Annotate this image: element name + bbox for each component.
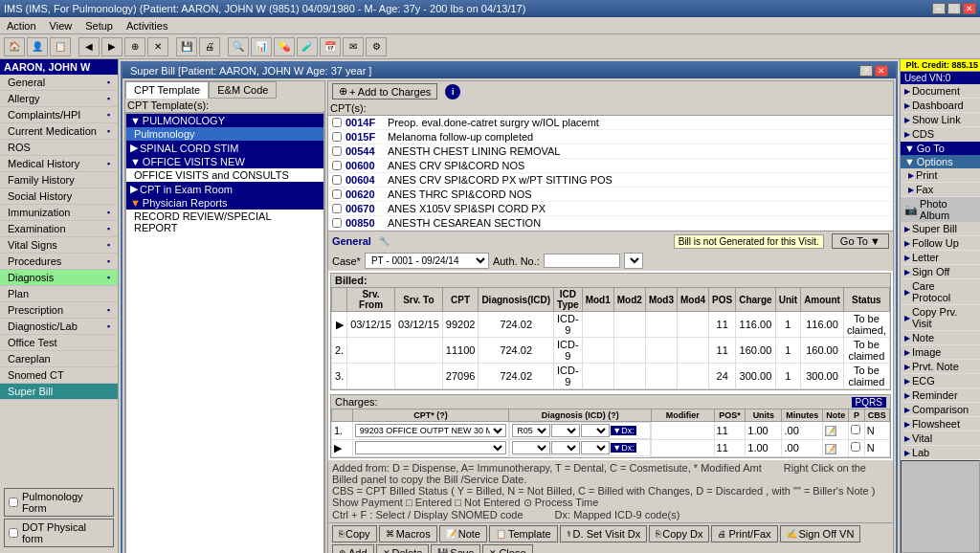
case-select[interactable]: PT - 0001 - 09/24/14: [365, 253, 489, 269]
charge-cpt-1[interactable]: 99203 OFFICE OUTPT NEW 30 MIN: [352, 422, 509, 440]
toolbar-btn-3[interactable]: 📋: [50, 37, 71, 56]
toolbar-btn-16[interactable]: ⚙: [366, 37, 387, 56]
right-nav-prvt-note[interactable]: ▶ Prvt. Note: [901, 360, 980, 374]
delete-btn[interactable]: ✕ Delete: [376, 544, 430, 554]
charge-p-check-1[interactable]: [851, 425, 860, 434]
charge-diag-select-2b[interactable]: [551, 441, 580, 454]
right-nav-cds[interactable]: ▶ CDS: [901, 127, 980, 142]
cpt-item-00620[interactable]: 00620 ANES THRC SPI&CORD NOS: [328, 188, 893, 202]
right-nav-letter[interactable]: ▶ Letter: [901, 251, 980, 265]
cpt-check-00620[interactable]: [332, 189, 342, 199]
sidebar-item-family-history[interactable]: Family History: [0, 172, 118, 188]
cpt-check-00544[interactable]: [332, 146, 342, 156]
category-spinal[interactable]: ▶ SPINAL CORD STIM: [126, 141, 323, 155]
charge-cpt-select-1[interactable]: 99203 OFFICE OUTPT NEW 30 MIN: [355, 424, 507, 437]
sidebar-item-careplan[interactable]: Careplan: [0, 351, 118, 367]
right-nav-reminder[interactable]: ▶ Reminder: [901, 388, 980, 403]
right-nav-note[interactable]: ▶ Note: [901, 331, 980, 345]
note-btn-2[interactable]: 📝: [825, 444, 836, 454]
sidebar-item-medical-history[interactable]: Medical History ▪: [0, 156, 118, 172]
cpt-check-0014f[interactable]: [332, 118, 342, 127]
charge-p-1[interactable]: [849, 422, 864, 440]
sidebar-item-plan[interactable]: Plan: [0, 286, 118, 302]
goto-section[interactable]: ▼ Go To: [901, 142, 980, 155]
superbill-close-btn[interactable]: ✕: [875, 65, 888, 77]
right-nav-comparison[interactable]: ▶ Comparison: [901, 403, 980, 417]
charge-modifier-input-2[interactable]: [654, 443, 711, 453]
template-office-consults[interactable]: OFFICE VISITS and CONSULTS: [126, 168, 323, 182]
sidebar-item-office-test[interactable]: Office Test: [0, 335, 118, 351]
copy-dx-btn[interactable]: ⎘ Copy Dx: [649, 525, 709, 542]
right-nav-vital[interactable]: ▶ Vital: [901, 431, 980, 446]
right-nav-dashboard[interactable]: ▶ Dashboard: [901, 99, 980, 113]
charge-cpt-select-2[interactable]: [355, 441, 507, 454]
billed-row-1[interactable]: ▶ 03/12/15 03/12/15 99202 724.02 ICD-9: [331, 312, 889, 338]
charge-diag-select-1a[interactable]: R05: [512, 424, 550, 437]
dx-btn-1[interactable]: ▼Dx:: [611, 426, 635, 435]
auth-select[interactable]: [624, 253, 643, 269]
charge-cpt-2[interactable]: [352, 439, 509, 456]
right-nav-show-link[interactable]: ▶ Show Link: [901, 113, 980, 127]
toolbar-btn-2[interactable]: 👤: [27, 37, 48, 56]
menu-setup[interactable]: Setup: [82, 19, 116, 33]
charge-diag-select-2a[interactable]: [512, 441, 550, 454]
auth-input[interactable]: [544, 254, 620, 268]
close-app-btn[interactable]: ✕: [963, 3, 976, 14]
note-btn[interactable]: 📝 Note: [439, 525, 487, 542]
toolbar-btn-9[interactable]: 🖨: [199, 37, 220, 56]
right-nav-fax[interactable]: ▶ Fax: [901, 183, 980, 197]
tab-cpt-template[interactable]: CPT Template: [125, 81, 209, 99]
toolbar-btn-8[interactable]: 💾: [176, 37, 197, 56]
set-visit-dx-btn[interactable]: ⚕ D. Set Visit Dx: [560, 525, 648, 542]
sidebar-item-superbill[interactable]: Super Bill: [0, 384, 118, 400]
sidebar-item-diagnosis[interactable]: Diagnosis ▪: [0, 270, 118, 286]
cpt-item-00850[interactable]: 00850 ANESTH CESAREAN SECTION: [328, 216, 893, 231]
right-nav-copy-prv[interactable]: ▶ Copy Prv. Visit: [901, 305, 980, 331]
category-office-visits[interactable]: ▼ OFFICE VISITS NEW: [126, 155, 323, 168]
sign-off-vn-btn[interactable]: ✍ Sign Off VN: [780, 525, 861, 542]
right-nav-document[interactable]: ▶ Document: [901, 84, 980, 99]
toolbar-btn-14[interactable]: 📅: [320, 37, 341, 56]
menu-view[interactable]: View: [47, 19, 76, 33]
toolbar-btn-4[interactable]: ◀: [78, 37, 100, 56]
cpt-info-btn[interactable]: i: [445, 84, 460, 100]
charge-diag-select-1c[interactable]: [581, 424, 610, 437]
cpt-item-00604[interactable]: 00604 ANES CRV SPI&CORD PX w/PT SITTING …: [328, 173, 893, 188]
superbill-help-btn[interactable]: ?: [859, 65, 873, 77]
cpt-item-0015f[interactable]: 0015F Melanoma follow-up completed: [328, 130, 893, 144]
cpt-item-00670[interactable]: 00670 ANES X105V SPI&SPI CORD PX: [328, 202, 893, 216]
sidebar-item-prescription[interactable]: Prescription ▪: [0, 302, 118, 319]
right-nav-image[interactable]: ▶ Image: [901, 345, 980, 360]
dot-form-check[interactable]: [9, 528, 18, 538]
right-nav-followup[interactable]: ▶ Follow Up: [901, 236, 980, 251]
sidebar-item-examination[interactable]: Examination ▪: [0, 221, 118, 237]
right-nav-lab[interactable]: ▶ Lab: [901, 446, 980, 460]
toolbar-btn-13[interactable]: 🧪: [297, 37, 318, 56]
toolbar-btn-12[interactable]: 💊: [274, 37, 295, 56]
toolbar-btn-10[interactable]: 🔍: [228, 37, 249, 56]
pulmonology-form-check[interactable]: [9, 498, 18, 507]
sidebar-item-diagnostic-lab[interactable]: Diagnostic/Lab ▪: [0, 319, 118, 335]
toolbar-btn-11[interactable]: 📊: [251, 37, 272, 56]
right-nav-flowsheet[interactable]: ▶ Flowsheet: [901, 417, 980, 431]
sidebar-item-medication[interactable]: Current Medication ▪: [0, 123, 118, 140]
cpt-item-00544[interactable]: 00544 ANESTH CHEST LINING REMOVAL: [328, 144, 893, 159]
right-nav-signoff[interactable]: ▶ Sign Off: [901, 265, 980, 279]
charge-modifier-1[interactable]: [652, 422, 714, 440]
menu-activities[interactable]: Activities: [123, 19, 170, 33]
sidebar-item-complaints[interactable]: Complaints/HPI ▪: [0, 107, 118, 123]
template-record-review[interactable]: RECORD REVIEW/SPECIAL REPORT: [126, 210, 323, 234]
toolbar-btn-6[interactable]: ⊕: [124, 37, 145, 56]
toolbar-btn-1[interactable]: 🏠: [4, 37, 25, 56]
cpt-check-00670[interactable]: [332, 204, 342, 213]
minimize-btn[interactable]: −: [932, 3, 946, 14]
cpt-check-00600[interactable]: [332, 161, 342, 170]
toolbar-btn-5[interactable]: ▶: [101, 37, 122, 56]
charge-diag-select-1b[interactable]: [551, 424, 580, 437]
dx-btn-2[interactable]: ▼Dx:: [611, 443, 635, 453]
add-charges-btn[interactable]: ⊕ + Add to Charges: [332, 83, 437, 100]
sidebar-item-ros[interactable]: ROS: [0, 140, 118, 156]
cpt-item-0014f[interactable]: 0014F Preop. eval.done-catret surgry w/I…: [328, 116, 893, 130]
charge-note-1[interactable]: 📝: [823, 422, 849, 440]
pulmonology-form-btn[interactable]: Pulmonology Form: [4, 488, 114, 517]
